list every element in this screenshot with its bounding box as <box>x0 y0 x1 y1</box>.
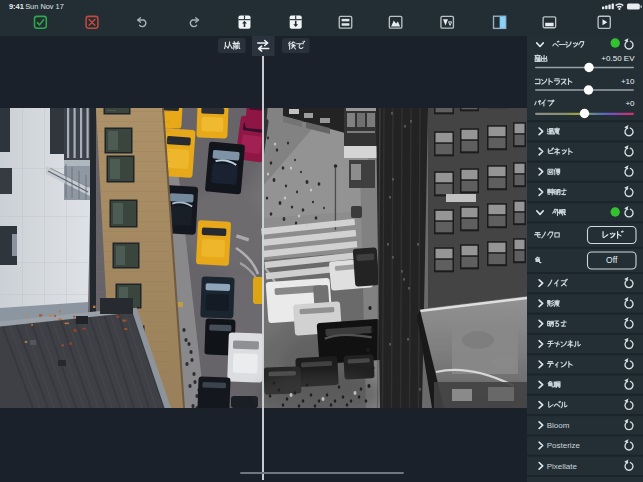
svg-text:+0: +0 <box>625 99 635 108</box>
svg-text:Pixellate: Pixellate <box>547 462 578 471</box>
svg-text:Sun Nov 17: Sun Nov 17 <box>25 2 64 11</box>
svg-text:Off: Off <box>606 255 618 265</box>
svg-text:Bloom: Bloom <box>547 421 570 430</box>
svg-text:9:41: 9:41 <box>9 2 24 11</box>
svg-text:+10: +10 <box>621 77 635 86</box>
svg-text:Posterize: Posterize <box>547 441 581 450</box>
svg-text:+0.50 EV: +0.50 EV <box>601 54 635 63</box>
